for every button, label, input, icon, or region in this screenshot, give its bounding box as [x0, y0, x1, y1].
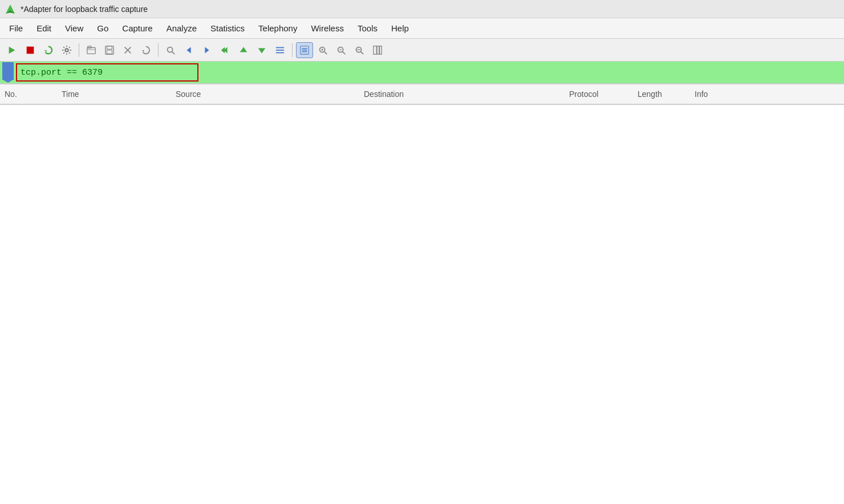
filter-input-box[interactable]: tcp.port == 6379	[16, 63, 198, 82]
col-header-length[interactable]: Length	[638, 90, 695, 99]
toolbar-separator	[158, 43, 159, 57]
menu-item-statistics[interactable]: Statistics	[204, 20, 251, 36]
packet-list	[0, 105, 844, 504]
svg-line-34	[343, 51, 346, 54]
filter-text[interactable]: tcp.port == 6379	[21, 68, 103, 78]
toolbar	[0, 39, 844, 62]
menu-item-telephony[interactable]: Telephony	[251, 20, 304, 36]
menu-item-file[interactable]: File	[2, 20, 30, 36]
toolbar-btn-stop-capture[interactable]	[22, 42, 39, 58]
toolbar-btn-next[interactable]	[198, 42, 216, 58]
menu-item-capture[interactable]: Capture	[115, 20, 159, 36]
col-header-time[interactable]: Time	[62, 90, 176, 99]
svg-rect-40	[377, 46, 379, 54]
svg-marker-16	[186, 47, 190, 53]
toolbar-btn-restart-capture[interactable]	[40, 42, 57, 58]
filter-bar[interactable]: tcp.port == 6379	[0, 62, 844, 84]
menu-item-wireless[interactable]: Wireless	[304, 20, 351, 36]
menu-item-analyze[interactable]: Analyze	[160, 20, 204, 36]
menu-item-tools[interactable]: Tools	[351, 20, 384, 36]
toolbar-btn-open[interactable]	[83, 42, 100, 58]
toolbar-btn-scroll-up[interactable]	[235, 42, 252, 58]
toolbar-btn-close[interactable]	[119, 42, 136, 58]
menu-item-edit[interactable]: Edit	[30, 20, 58, 36]
toolbar-btn-scroll-down[interactable]	[253, 42, 270, 58]
svg-marker-20	[240, 47, 247, 52]
svg-rect-6	[87, 47, 95, 54]
menu-item-help[interactable]: Help	[384, 20, 416, 36]
col-header-source[interactable]: Source	[176, 90, 364, 99]
toolbar-btn-reload[interactable]	[137, 42, 155, 58]
svg-line-37	[361, 51, 364, 54]
toolbar-btn-colorize[interactable]	[271, 42, 289, 58]
app-icon	[5, 3, 16, 15]
svg-marker-21	[258, 48, 266, 53]
toolbar-btn-zoom-in[interactable]	[314, 42, 331, 58]
svg-rect-7	[88, 46, 91, 48]
svg-marker-17	[205, 47, 209, 53]
toolbar-btn-go-first[interactable]	[217, 42, 234, 58]
toolbar-separator	[292, 43, 293, 57]
svg-rect-41	[380, 46, 382, 54]
toolbar-btn-columns[interactable]	[369, 42, 386, 58]
svg-marker-19	[221, 47, 225, 53]
toolbar-btn-zoom-in-display[interactable]	[296, 42, 313, 58]
menu-item-view[interactable]: View	[58, 20, 90, 36]
svg-point-14	[168, 47, 173, 52]
svg-rect-3	[27, 46, 34, 54]
window-title: *Adapter for loopback traffic capture	[21, 5, 148, 14]
svg-line-30	[324, 51, 327, 54]
svg-rect-39	[374, 46, 376, 54]
toolbar-btn-start-capture[interactable]	[3, 42, 21, 58]
svg-line-15	[172, 51, 175, 54]
toolbar-btn-zoom-reset[interactable]	[351, 42, 368, 58]
col-header-info[interactable]: Info	[695, 90, 839, 99]
column-headers: No. Time Source Destination Protocol Len…	[0, 84, 844, 105]
col-header-destination[interactable]: Destination	[364, 90, 569, 99]
toolbar-separator	[79, 43, 79, 57]
svg-point-5	[65, 48, 68, 51]
svg-rect-9	[107, 46, 112, 48]
toolbar-btn-find[interactable]	[162, 42, 179, 58]
col-header-protocol[interactable]: Protocol	[569, 90, 638, 99]
svg-marker-4	[44, 50, 47, 52]
toolbar-btn-prev[interactable]	[180, 42, 197, 58]
toolbar-btn-save[interactable]	[101, 42, 118, 58]
title-bar: *Adapter for loopback traffic capture	[0, 0, 844, 18]
svg-marker-13	[142, 50, 144, 52]
svg-marker-2	[9, 46, 15, 54]
menu-item-go[interactable]: Go	[90, 20, 115, 36]
menu-bar: FileEditViewGoCaptureAnalyzeStatisticsTe…	[0, 18, 844, 39]
toolbar-btn-zoom-out[interactable]	[332, 42, 350, 58]
toolbar-btn-capture-options[interactable]	[58, 42, 75, 58]
col-header-no[interactable]: No.	[5, 90, 62, 99]
filter-bookmark-icon[interactable]	[2, 62, 14, 83]
svg-rect-10	[107, 50, 112, 54]
